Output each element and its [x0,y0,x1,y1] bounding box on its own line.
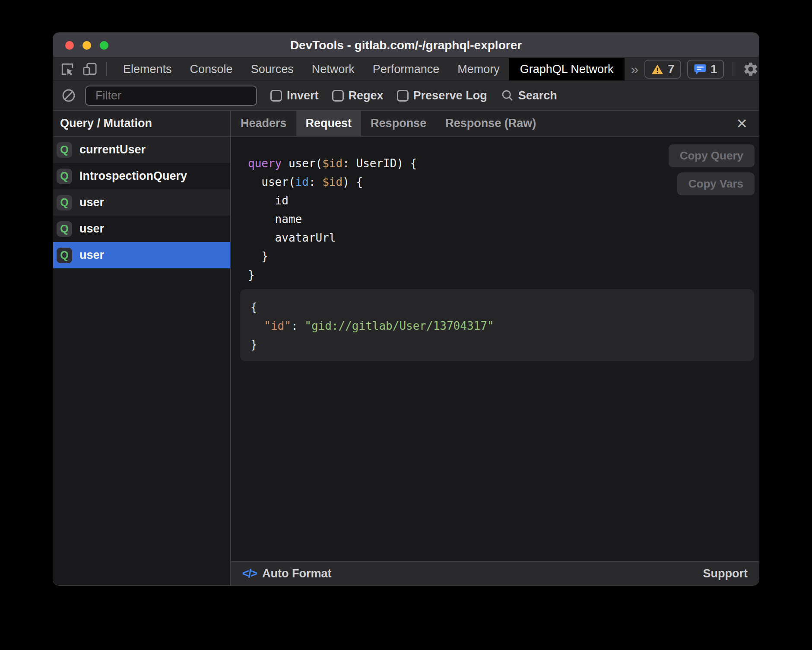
request-code-line: } [248,247,759,266]
devtools-tab-bar: Elements Console Sources Network Perform… [53,58,759,81]
window-title: DevTools - gitlab.com/-/graphql-explorer [290,38,522,52]
minimize-window-button[interactable] [82,41,91,50]
code-token: name [248,213,302,226]
close-window-button[interactable] [65,41,74,50]
invert-label[interactable]: Invert [287,89,319,102]
preserve-log-label[interactable]: Preserve Log [413,89,487,102]
code-token: "id" [264,319,291,332]
code-token: } [248,250,268,263]
tab-graphql-network[interactable]: GraphQL Network [509,58,625,80]
sidebar-header: Query / Mutation [53,111,230,137]
code-token: } [251,338,257,351]
regex-checkbox[interactable] [332,90,344,102]
tab-memory[interactable]: Memory [448,58,509,80]
code-token: ) { [343,175,363,188]
preserve-log-checkbox[interactable] [397,90,409,102]
code-token [251,319,264,332]
invert-checkbox-group[interactable]: Invert [270,89,319,102]
request-content: query user($id: UserID) { user(id: $id) … [231,137,759,561]
code-brackets-icon: </> [242,567,257,580]
search-button[interactable]: Search [501,89,557,102]
code-token: "gid://gitlab/User/13704317" [304,319,494,332]
issues-count: 1 [710,63,717,76]
detail-panel: Headers Request Response Response (Raw) … [231,111,759,585]
query-type-badge: Q [57,248,72,263]
clear-button[interactable] [60,87,77,104]
query-type-badge: Q [57,142,72,158]
issues-badge-button[interactable]: 1 [687,60,724,79]
more-tabs-button[interactable]: » [625,61,644,77]
variables-code: { "id": "gid://gitlab/User/13704317"} [251,298,741,354]
search-icon [501,89,514,102]
chat-bubble-icon [694,64,706,75]
variables-box: { "id": "gid://gitlab/User/13704317"} [240,289,754,361]
query-type-badge: Q [57,195,72,210]
copy-query-button[interactable]: Copy Query [669,144,755,167]
code-token: id [248,194,289,207]
devtools-window: DevTools - gitlab.com/-/graphql-explorer… [53,32,759,586]
copy-buttons: Copy Query Copy Vars [669,144,755,195]
preserve-log-checkbox-group[interactable]: Preserve Log [397,89,487,102]
query-list-item[interactable]: Quser [53,189,230,216]
close-panel-button[interactable]: ✕ [732,114,752,134]
regex-label[interactable]: Regex [349,89,384,102]
query-name: user [79,249,104,262]
inspect-cursor-icon [60,62,75,76]
variables-code-line: "id": "gid://gitlab/User/13704317" [251,317,741,335]
code-token: : [291,319,304,332]
tab-response[interactable]: Response [361,111,436,136]
query-name: currentUser [79,143,146,156]
request-code-line: name [248,210,759,229]
warning-count: 7 [668,63,674,76]
query-name: user [79,222,104,236]
zoom-window-button[interactable] [100,41,108,50]
settings-button[interactable] [742,61,759,78]
main-area: Query / Mutation QcurrentUserQIntrospect… [53,111,759,585]
regex-checkbox-group[interactable]: Regex [332,89,384,102]
query-list-item[interactable]: Quser [53,216,230,242]
request-code-line: } [248,266,759,284]
copy-vars-button[interactable]: Copy Vars [677,172,755,195]
support-link[interactable]: Support [703,567,748,580]
tab-elements[interactable]: Elements [114,58,181,80]
code-token: $id [322,175,343,188]
gear-icon [742,61,759,77]
panel-footer: </> Auto Format Support [231,561,759,585]
code-token: } [248,268,255,281]
tab-response-raw[interactable]: Response (Raw) [436,111,546,136]
block-icon [62,89,76,102]
device-toolbar-icon [82,62,98,76]
auto-format-label[interactable]: Auto Format [262,567,331,580]
variables-code-line: } [251,335,741,354]
filter-input[interactable] [85,86,257,106]
code-token: user( [248,175,295,188]
tab-sources[interactable]: Sources [242,58,303,80]
query-list-item[interactable]: QIntrospectionQuery [53,163,230,189]
tabbar-right-tools: 7 1 [644,60,759,79]
warning-icon [651,64,663,75]
tab-console[interactable]: Console [181,58,242,80]
query-list-item[interactable]: QcurrentUser [53,137,230,163]
code-token: $id [322,157,343,170]
search-label[interactable]: Search [518,89,557,102]
query-list-item[interactable]: Quser [53,242,230,268]
code-token: : [309,175,322,188]
invert-checkbox[interactable] [270,90,282,102]
query-sidebar: Query / Mutation QcurrentUserQIntrospect… [53,111,231,585]
code-token: : UserID) { [343,157,417,170]
tabbar-right-separator [733,62,733,76]
auto-format-toggle[interactable]: </> Auto Format [242,567,332,580]
tab-headers[interactable]: Headers [231,111,296,136]
inspect-element-button[interactable] [59,61,76,78]
query-name: user [79,196,104,209]
variables-code-line: { [251,298,741,317]
code-token: avatarUrl [248,231,336,244]
tab-request[interactable]: Request [296,111,362,136]
traffic-lights [65,41,108,50]
query-type-badge: Q [57,221,72,237]
warnings-badge-button[interactable]: 7 [644,60,681,79]
tab-performance[interactable]: Performance [364,58,449,80]
tab-network[interactable]: Network [303,58,364,80]
device-toolbar-button[interactable] [81,61,98,78]
query-list: QcurrentUserQIntrospectionQueryQuserQuse… [53,137,230,268]
